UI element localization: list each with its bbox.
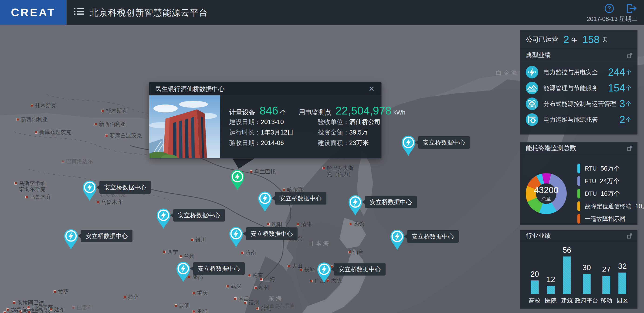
marker-label[interactable]: 安立桥数据中心 [334,263,386,276]
marker-label[interactable]: 安立桥数据中心 [246,227,298,240]
panel-typical: 公司已运营 2 年 158 天 典型业绩 电力监控与用电安全244个 能源管理与… [520,30,638,134]
expand-icon[interactable] [627,146,632,151]
bar-value: 27 [602,265,611,274]
marker-label[interactable]: 安立桥数据中心 [407,230,459,243]
bar-column: 12医院 [543,275,559,305]
operating-days-unit: 天 [602,36,608,43]
city-label: 乌鲁木齐 [96,199,122,205]
datacenter-marker-active[interactable] [230,169,246,191]
city-dot [13,301,15,304]
city-name: 东海 [268,295,284,301]
city-name: 乌鲁木齐 [101,199,122,205]
operating-days: 158 [582,34,599,45]
city-name: 上海 [264,276,275,282]
bar-category: 政府平台 [575,297,598,305]
current-date: 2017-08-13 星期二 [587,15,638,23]
terminals-panel-title: 能耗终端监测总数 [526,145,576,151]
bar-value: 12 [546,275,555,284]
datacenter-marker[interactable] [348,194,363,216]
city-name: 济南 [246,250,256,256]
marker-label[interactable]: 安立桥数据中心 [81,230,132,242]
datacenter-marker[interactable] [389,229,405,250]
detail-label: 建设日期 [229,118,261,125]
bar-column: 27移动 [598,265,614,305]
expand-icon[interactable] [627,233,632,239]
datacenter-marker[interactable] [175,261,191,283]
close-icon[interactable]: ✕ [367,82,376,95]
detail-value: 2014-06 [261,139,284,146]
bar-column: 32园区 [614,262,630,305]
marker-label[interactable]: 安立桥数据中心 [193,262,245,275]
terminals-panel-header: 能耗终端监测总数 [520,142,638,154]
datacenter-marker[interactable] [156,207,171,229]
detail-label: 验收单位 [318,118,349,125]
detail-label: 投资金额 [318,129,349,136]
city-name: 新西伯利亚 [99,121,126,127]
popup-detail: 建设日期2013-10 [229,118,308,126]
datacenter-marker[interactable] [316,261,332,283]
typical-achievement-value: 3 [620,98,625,110]
legend-value: 16万个 [600,189,620,198]
city-label: 函馆 [349,221,364,227]
city-label: 托木斯克 [102,108,127,114]
city-name: 函馆 [354,221,364,227]
city-dot [300,269,302,271]
lightning-pin-icon [230,169,246,191]
city-label: 拉萨 [124,294,139,300]
bar-category: 移动 [600,297,612,305]
marker-label[interactable]: 安立桥数据中心 [100,181,151,194]
datacenter-marker[interactable] [400,134,416,156]
typical-achievement-unit: 个 [626,100,632,107]
terminals-donut-chart: 43200 总量 [526,173,567,214]
bar [563,257,571,294]
datacenter-marker[interactable] [228,226,244,248]
city-name: 贵阳 [197,308,208,313]
city-dot [267,223,270,226]
company-operating-stat: 公司已运营 2 年 158 天 [520,30,638,49]
city-dot [310,280,313,282]
city-label: 新西伯利亚 [94,121,126,127]
typical-achievement-value: 244 [608,66,625,78]
city-dot [124,296,126,298]
city-name: 新库兹涅茨克 [110,132,142,138]
city-dot [348,251,351,254]
legend-item: 故障定位通信终端10万个 [578,200,644,213]
detail-value: 1年3月12日 [261,129,294,136]
kpi-label: 计量设备 [229,108,256,117]
typical-panel-title: 典型业绩 [526,52,551,59]
logout-icon[interactable] [625,2,638,14]
city-name: 安拉阿巴德 [17,300,44,306]
datacenter-marker[interactable] [257,190,273,212]
city-name: 沈阳 [272,221,282,227]
expand-icon[interactable] [627,53,632,58]
city-dot [322,167,325,169]
popup-kpi: 用电监测点22,504,978kWh [299,104,405,117]
popup-detail: 投资金额39.5万 [318,128,381,137]
marker-label[interactable]: 安立桥数据中心 [365,196,417,208]
marker-label[interactable]: 安立桥数据中心 [275,192,326,205]
marker-label[interactable]: 安立桥数据中心 [173,209,225,222]
city-label: 乌鲁木齐 [26,194,51,200]
kpi-value: 22,504,978 [336,104,392,117]
popup-detail: 验收日期2014-06 [229,139,308,147]
datacenter-marker[interactable] [82,179,98,201]
menu-icon[interactable] [74,8,84,17]
kpi-unit: 个 [280,108,286,117]
city-name: 兰契 [32,309,43,313]
city-label: 乌斯季卡缅 诺戈尔斯克 [14,180,46,192]
popup-detail: 建设面积23万米 [318,139,381,147]
help-icon[interactable]: ? [604,2,615,14]
city-label: 西宁 [163,249,178,255]
city-label: 贵阳 [192,308,208,313]
typical-panel-header: 典型业绩 [520,49,638,61]
typical-achievement-label: 分布式能源控制与运营管理 [544,100,620,108]
popup-kpi: 计量设备846个 [229,104,286,117]
datacenter-marker[interactable] [63,228,79,250]
bar-column: 30政府平台 [575,263,598,305]
marker-label[interactable]: 安立桥数据中心 [418,136,470,149]
legend-label: 故障定位通信终端 [585,202,632,210]
industry-panel-title: 行业业绩 [526,232,551,239]
typical-achievement-row: 电力运维与能源托管2个 [520,112,638,128]
dashboard-root: 托木斯克托木斯克新西伯利亚新西伯利亚新库兹涅茨克新库兹涅茨克巴甫洛达尔乌斯季卡缅… [0,0,644,313]
city-dot [260,278,263,281]
